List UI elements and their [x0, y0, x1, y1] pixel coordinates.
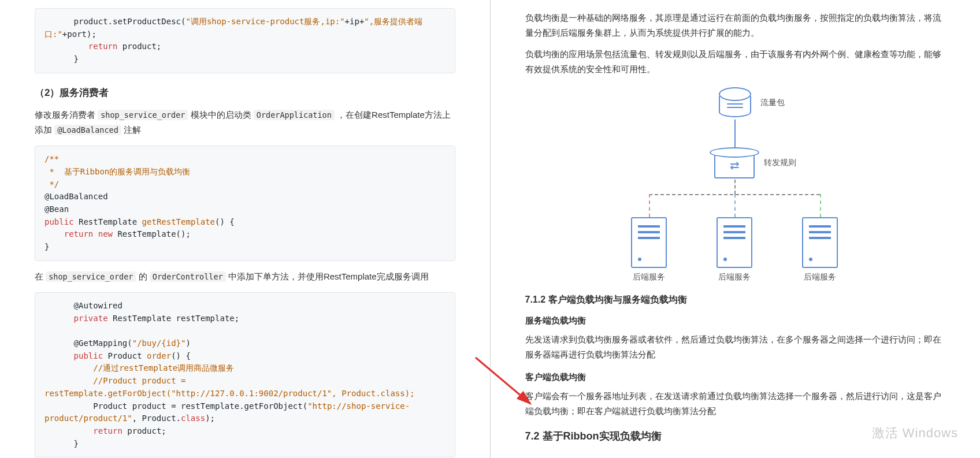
text: 的: [136, 271, 149, 281]
shuffle-icon: ⇄: [730, 158, 740, 172]
code-text: , Product.: [132, 414, 181, 423]
page-container: product.setProductDesc("调用shop-service-p…: [0, 0, 980, 458]
backend-label-1: 后端服务: [633, 272, 665, 282]
text: 注解: [121, 125, 141, 135]
code-text: RestTemplate();: [113, 229, 191, 239]
code-text: //Product product = restTemplate.getForO…: [44, 376, 415, 398]
code-chip: OrderController: [150, 271, 226, 282]
code-text: );: [205, 414, 215, 423]
code-text: product;: [122, 426, 166, 435]
server-icon: [717, 217, 752, 268]
connector-line: [734, 194, 736, 217]
heading-client-lb: 客户端负载均衡: [525, 372, 946, 383]
code-text: class: [181, 414, 205, 423]
paragraph-consumer: 修改服务消费者 shop_service_order 模块中的启动类 Order…: [35, 107, 455, 138]
paragraph-server-lb: 先发送请求到负载均衡服务器或者软件，然后通过负载均衡算法，在多个服务器之间选择一…: [525, 332, 946, 363]
code-text: +ip+: [345, 17, 365, 26]
code-text: () {: [171, 351, 191, 360]
right-column: 负载均衡是一种基础的网络服务，其原理是通过运行在前面的负载均衡服务，按照指定的负…: [491, 0, 981, 458]
code-block-3: @Autowired private RestTemplate restTemp…: [35, 292, 455, 457]
code-text: //通过restTemplate调用商品微服务: [44, 363, 234, 373]
text: 修改服务消费者: [35, 110, 98, 120]
load-balance-diagram: 流量包 ⇄ 转发规则 后端服务: [573, 87, 897, 284]
code-text: product;: [117, 42, 161, 51]
code-text: [44, 229, 64, 239]
rule-node-icon: ⇄: [714, 151, 755, 178]
code-text: [44, 42, 88, 51]
paragraph-lb-intro-2: 负载均衡的应用场景包括流量包、转发规则以及后端服务，由于该服务有内外网个例、健康…: [525, 47, 946, 77]
code-text: */: [44, 180, 59, 189]
code-chip: OrderApplication: [254, 110, 335, 120]
code-block-1: product.setProductDesc("调用shop-service-p…: [35, 8, 455, 73]
text: 在: [35, 271, 46, 281]
code-text: return: [93, 426, 122, 435]
paragraph-lb-intro-1: 负载均衡是一种基础的网络服务，其原理是通过运行在前面的负载均衡服务，按照指定的负…: [525, 10, 946, 41]
left-column: product.setProductDesc("调用shop-service-p…: [0, 0, 490, 458]
code-text: [44, 351, 74, 360]
connector-line: [734, 120, 736, 147]
code-text: return new: [64, 229, 113, 239]
code-text: [44, 426, 93, 435]
code-chip: @LoadBalanced: [54, 125, 121, 135]
watermark-text: 激活 Windows: [872, 425, 958, 442]
code-text: * 基于Ribbon的服务调用与负载均衡: [44, 167, 190, 176]
code-text: order: [147, 351, 171, 360]
code-text: RestTemplate: [74, 217, 142, 226]
code-block-2: /** * 基于Ribbon的服务调用与负载均衡 */ @LoadBalance…: [35, 146, 455, 261]
code-text: "/buy/{id}": [132, 338, 186, 348]
code-text: "调用shop-service-product服务,ip:": [185, 17, 344, 26]
code-text: @GetMapping(: [44, 338, 132, 348]
code-text: public: [44, 217, 74, 226]
backend-label-2: 后端服务: [718, 272, 751, 282]
paragraph-client-lb: 客户端会有一个服务器地址列表，在发送请求前通过负载均衡算法选择一个服务器，然后进…: [525, 389, 946, 419]
code-text: private: [74, 314, 108, 323]
code-text: getRestTemplate: [142, 217, 215, 226]
code-text: /**: [44, 154, 59, 163]
code-text: public: [74, 351, 103, 360]
heading-712: 7.1.2 客户端负载均衡与服务端负载均衡: [525, 294, 946, 306]
traffic-node-icon: [719, 92, 751, 117]
connector-line: [649, 194, 650, 217]
connector-line: [820, 194, 821, 217]
code-text: [44, 326, 49, 335]
code-text: }: [44, 242, 49, 251]
code-text: Product: [103, 351, 147, 360]
code-text: RestTemplate restTemplate;: [108, 314, 240, 323]
text: 模块中的启动类: [188, 110, 253, 120]
code-text: +port);: [62, 29, 96, 39]
backend-label-3: 后端服务: [804, 272, 836, 282]
traffic-label: 流量包: [760, 98, 785, 108]
code-chip: shop_service_order: [46, 271, 136, 282]
code-text: @Bean: [44, 204, 69, 214]
code-text: () {: [215, 217, 235, 226]
server-icon: [802, 217, 838, 268]
server-icon: [631, 217, 667, 268]
code-text: product.setProductDesc(: [44, 17, 185, 26]
connector-line: [734, 180, 736, 194]
code-text: ): [185, 338, 190, 348]
paragraph-controller: 在 shop_service_order 的 OrderController 中…: [35, 269, 455, 284]
code-text: }: [44, 439, 79, 448]
heading-server-lb: 服务端负载均衡: [525, 315, 946, 326]
code-text: @LoadBalanced: [44, 192, 108, 201]
code-text: return: [88, 42, 118, 51]
code-chip: shop_service_order: [98, 110, 188, 120]
code-text: [44, 314, 74, 323]
code-text: Product product = restTemplate.getForObj…: [44, 401, 307, 411]
text: 中添加下单方法，并使用RestTemplate完成服务调用: [226, 271, 429, 281]
code-text: @Autowired: [44, 301, 122, 310]
code-text: }: [44, 54, 79, 64]
rule-label: 转发规则: [764, 158, 796, 168]
heading-consumer: （2）服务消费者: [35, 86, 455, 99]
